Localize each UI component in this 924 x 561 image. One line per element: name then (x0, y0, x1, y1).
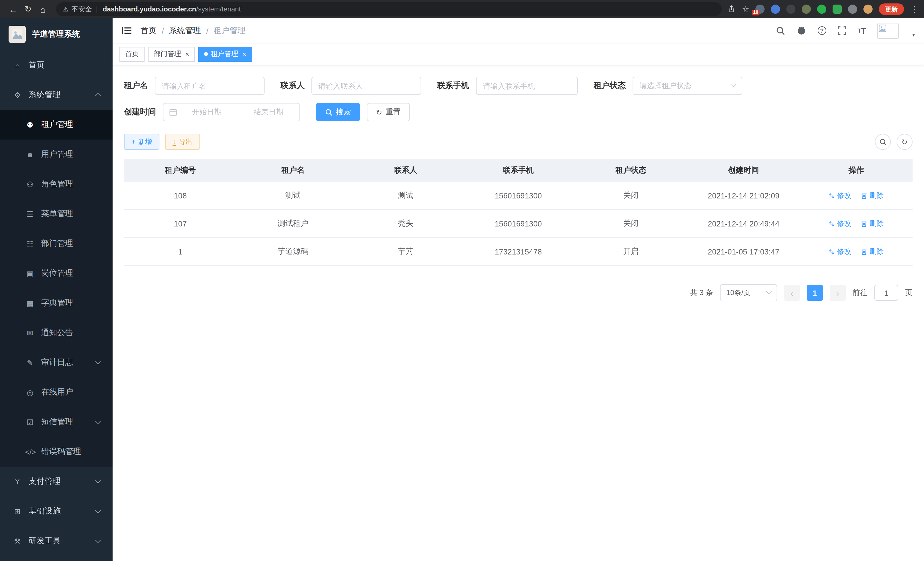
sidebar-item-notice[interactable]: ✉ 通知公告 (0, 318, 112, 348)
sidebar-item-home[interactable]: ⌂ 首页 (0, 50, 112, 80)
edit-button[interactable]: ✎ 修改 (829, 219, 851, 229)
browser-update-button[interactable]: 更新 (879, 3, 904, 15)
page-1-button[interactable]: 1 (807, 285, 823, 301)
delete-button[interactable]: 删除 (860, 219, 884, 229)
refresh-table-button[interactable]: ↻ (897, 134, 913, 150)
search-button[interactable]: 搜索 (316, 103, 360, 121)
sidebar-item-sms[interactable]: ☑ 短信管理 (0, 407, 112, 437)
sidebar-item-system[interactable]: ⚙ 系统管理 (0, 80, 112, 110)
sidebar-logo[interactable]: 芋道管理系统 (0, 18, 112, 50)
sidebar-item-role[interactable]: ⚇ 角色管理 (0, 169, 112, 199)
sidebar-item-online-user[interactable]: ◎ 在线用户 (0, 378, 112, 407)
user-avatar[interactable] (878, 23, 899, 39)
sidebar-fold-icon[interactable] (122, 26, 131, 35)
github-icon[interactable] (796, 26, 806, 35)
gear-icon: ⚙ (13, 91, 22, 99)
sidebar-item-devtool[interactable]: ⚒ 研发工具 (0, 526, 112, 556)
extension-with-badge-icon[interactable]: 10 (755, 5, 765, 14)
export-button[interactable]: ↓ 导出 (165, 134, 200, 150)
goto-page-input[interactable] (874, 285, 898, 301)
phone-input[interactable] (476, 77, 578, 95)
tab-label: 部门管理 (154, 49, 181, 59)
browser-profile-avatar[interactable] (863, 5, 873, 14)
edit-button[interactable]: ✎ 修改 (829, 191, 851, 200)
bookmark-star-icon[interactable]: ☆ (742, 5, 749, 14)
fullscreen-icon[interactable] (838, 26, 846, 35)
address-bar[interactable]: ⚠ 不安全 dashboard.yudao.iocoder.cn/system/… (56, 2, 722, 16)
chevron-down-icon (95, 418, 101, 424)
column-header: 联系手机 (462, 159, 574, 182)
reset-icon: ↻ (376, 108, 382, 116)
infra-icon: ⊞ (13, 507, 22, 516)
tenant-status-select[interactable]: 请选择租户状态 (633, 77, 742, 95)
page-size-select[interactable]: 10条/页 (720, 284, 777, 301)
sidebar-item-audit-log[interactable]: ✎ 审计日志 (0, 348, 112, 378)
sidebar-item-dept[interactable]: ☷ 部门管理 (0, 229, 112, 259)
sidebar-item-post[interactable]: ▣ 岗位管理 (0, 259, 112, 288)
back-icon[interactable]: ← (6, 4, 21, 14)
font-size-icon[interactable]: TT (858, 26, 866, 35)
not-secure-warning-icon: ⚠ (63, 5, 69, 13)
extension-olive-icon[interactable] (802, 5, 811, 14)
sidebar-item-label: 字典管理 (41, 298, 73, 308)
security-label[interactable]: 不安全 (71, 4, 92, 14)
tabs-bar: 首页 部门管理 × 租户管理 × (112, 44, 924, 65)
delete-button[interactable]: 删除 (860, 191, 884, 200)
edit-icon: ✎ (829, 191, 835, 200)
sidebar-item-label: 岗位管理 (41, 268, 73, 278)
tab-0[interactable]: 首页 (119, 47, 145, 62)
cell-status: 关闭 (574, 210, 687, 237)
share-icon[interactable] (728, 5, 736, 13)
sidebar-item-infra[interactable]: ⊞ 基础设施 (0, 496, 112, 526)
reload-icon[interactable]: ↻ (21, 4, 35, 14)
tab-2[interactable]: 租户管理 × (198, 47, 252, 62)
tool-icon: ⚒ (13, 537, 22, 545)
next-page-button[interactable]: › (830, 285, 846, 301)
sidebar-item-tenant[interactable]: ⚉ 租户管理 (0, 110, 112, 140)
close-tab-icon[interactable]: × (185, 51, 189, 57)
cell-tenant-id: 1 (124, 238, 237, 265)
extension-blue-icon[interactable] (771, 5, 780, 14)
sidebar-item-label: 短信管理 (41, 417, 73, 427)
sidebar-item-dict[interactable]: ▤ 字典管理 (0, 288, 112, 318)
puzzle-extensions-icon[interactable] (848, 5, 857, 14)
contact-label: 联系人 (280, 81, 304, 91)
help-icon[interactable]: ? (818, 26, 826, 35)
plus-icon: + (131, 138, 135, 146)
close-tab-icon[interactable]: × (242, 51, 246, 57)
breadcrumb-system[interactable]: 系统管理 (169, 26, 201, 36)
sidebar-item-error-code[interactable]: </> 错误码管理 (0, 437, 112, 467)
add-button[interactable]: + 新增 (124, 134, 159, 150)
chevron-down-icon (95, 537, 101, 543)
sidebar-item-user[interactable]: ☻ 用户管理 (0, 140, 112, 169)
tab-1[interactable]: 部门管理 × (148, 47, 195, 62)
status-placeholder: 请选择租户状态 (639, 81, 692, 91)
create-time-range-picker[interactable]: 开始日期 - 结束日期 (163, 103, 300, 121)
page-unit-label: 页 (905, 288, 913, 298)
breadcrumb-current: 租户管理 (214, 26, 246, 36)
sidebar-item-pay[interactable]: ¥ 支付管理 (0, 467, 112, 496)
delete-button[interactable]: 删除 (860, 247, 884, 256)
sidebar-item-label: 研发工具 (28, 536, 61, 546)
prev-page-button[interactable]: ‹ (784, 285, 800, 301)
avatar-caret-down-icon[interactable]: ▾ (912, 32, 915, 38)
breadcrumb-home[interactable]: 首页 (141, 26, 157, 36)
tenant-name-input[interactable] (155, 77, 265, 95)
column-header: 操作 (800, 159, 913, 182)
edit-button[interactable]: ✎ 修改 (829, 247, 851, 256)
extension-green-square-icon[interactable] (832, 5, 842, 14)
reset-button[interactable]: ↻ 重置 (367, 103, 410, 121)
browser-menu-icon[interactable]: ⋮ (910, 5, 918, 14)
browser-home-icon[interactable]: ⌂ (35, 4, 50, 14)
column-header: 创建时间 (687, 159, 800, 182)
extension-green-circle-icon[interactable] (817, 5, 826, 14)
create-time-label: 创建时间 (124, 107, 156, 117)
toggle-search-button[interactable] (875, 134, 891, 150)
extension-globe-icon[interactable] (786, 5, 795, 14)
header-search-icon[interactable] (776, 26, 785, 35)
pay-icon: ¥ (13, 477, 22, 486)
calendar-icon (169, 108, 177, 116)
contact-input[interactable] (311, 77, 421, 95)
phone-label: 联系手机 (437, 81, 469, 91)
sidebar-item-menu[interactable]: ☰ 菜单管理 (0, 199, 112, 229)
